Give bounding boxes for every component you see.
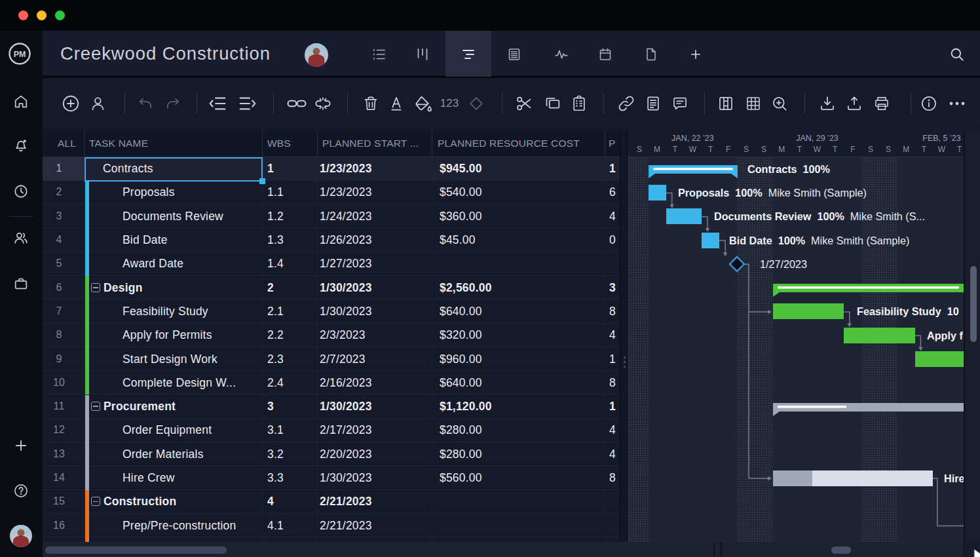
svg-text:PM: PM xyxy=(14,50,26,59)
